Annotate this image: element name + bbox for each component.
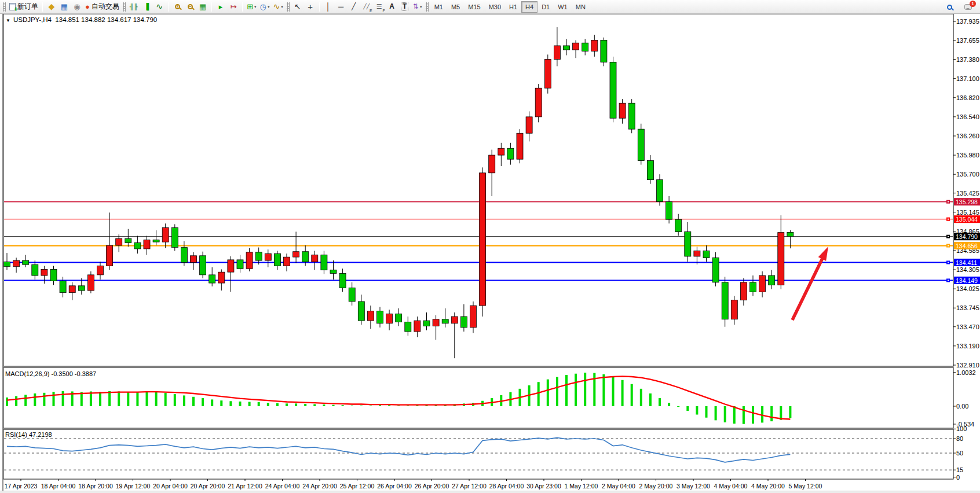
- sound-alert-icon: ◉: [74, 3, 80, 10]
- svg-text:24 Apr 20:00: 24 Apr 20:00: [302, 483, 337, 490]
- vertical-line-button[interactable]: │: [322, 1, 335, 13]
- horizontal-line-icon: ─: [338, 3, 343, 10]
- zoom-in-icon: +: [175, 4, 180, 9]
- svg-text:134.149: 134.149: [956, 277, 978, 284]
- svg-text:25 Apr 12:00: 25 Apr 12:00: [340, 483, 375, 490]
- market-watch-button[interactable]: ◆: [45, 1, 58, 13]
- text-button[interactable]: A: [386, 1, 398, 13]
- horizontal-line-button[interactable]: ─: [335, 1, 348, 13]
- timeframe-button-m5[interactable]: M5: [447, 1, 464, 13]
- svg-text:137.380: 137.380: [956, 56, 979, 63]
- new-order-icon: [9, 3, 16, 10]
- sound-alert-button[interactable]: ◉: [71, 1, 83, 13]
- svg-text:100: 100: [956, 425, 967, 432]
- vertical-line-icon: │: [326, 3, 331, 10]
- svg-text:26 Apr 04:00: 26 Apr 04:00: [377, 483, 412, 490]
- svg-text:135.425: 135.425: [956, 190, 979, 197]
- new-order-button[interactable]: 新订单: [8, 1, 40, 13]
- chart-symbol-period: USDJPY-,H4: [13, 16, 52, 23]
- svg-text:1.0032: 1.0032: [956, 369, 976, 376]
- svg-text:2 May 04:00: 2 May 04:00: [602, 483, 635, 490]
- notification-badge: 1: [970, 1, 976, 7]
- svg-text:80: 80: [956, 435, 963, 442]
- timeframe-button-h4[interactable]: H4: [521, 1, 537, 13]
- price-tag-134.411: 134.411: [954, 259, 980, 266]
- autotrading-icon: ●: [85, 3, 90, 10]
- chart-shift-button[interactable]: ↦: [227, 1, 240, 13]
- navigator-icon: ▦: [61, 3, 68, 10]
- line-chart-button[interactable]: ∿: [153, 1, 166, 13]
- tile-windows-icon: ▦: [199, 3, 206, 10]
- auto-scroll-button[interactable]: ▸: [214, 1, 227, 13]
- svg-text:0: 0: [956, 474, 960, 481]
- svg-text:30 Apr 23:00: 30 Apr 23:00: [526, 483, 561, 490]
- auto-scroll-icon: ▸: [219, 3, 223, 10]
- svg-text:134.305: 134.305: [956, 266, 979, 273]
- tile-windows-button[interactable]: ▦: [196, 1, 209, 13]
- price-tag-134.790: 134.790: [954, 233, 980, 240]
- timeframe-button-w1[interactable]: W1: [554, 1, 572, 13]
- navigator-button[interactable]: ▦: [58, 1, 71, 13]
- price-axis: 137.935137.655137.380137.100136.820136.5…: [953, 18, 979, 369]
- main-price-panel[interactable]: [3, 14, 953, 366]
- chart-dropdown-icon[interactable]: ▼: [6, 18, 10, 23]
- svg-text:20 Apr 04:00: 20 Apr 04:00: [153, 483, 188, 490]
- fibonacci-button[interactable]: ☰F: [373, 1, 386, 13]
- timeframe-button-m1[interactable]: M1: [430, 1, 447, 13]
- svg-text:26 Apr 20:00: 26 Apr 20:00: [415, 483, 449, 490]
- crosshair-button[interactable]: +: [304, 1, 317, 13]
- price-chart-canvas[interactable]: 137.935137.655137.380137.100136.820136.5…: [0, 14, 980, 493]
- autotrading-button[interactable]: ●自动交易: [83, 1, 121, 13]
- svg-text:20 Apr 20:00: 20 Apr 20:00: [191, 483, 225, 490]
- svg-text:137.655: 137.655: [956, 37, 979, 44]
- period-button[interactable]: ◷▾: [258, 1, 272, 13]
- new-chart-button[interactable]: ⊞▾: [245, 1, 258, 13]
- chart-title: ▼USDJPY-,H4 134.851 134.882 134.617 134.…: [6, 16, 157, 23]
- svg-text:137.935: 137.935: [956, 18, 979, 25]
- svg-text:134.025: 134.025: [956, 285, 979, 292]
- cursor-button[interactable]: ↖: [291, 1, 304, 13]
- svg-text:5 May 12:00: 5 May 12:00: [789, 483, 822, 490]
- candlestick-chart-icon: ▕▌: [142, 3, 151, 10]
- price-tag-134.149: 134.149: [954, 277, 980, 284]
- svg-text:4 May 04:00: 4 May 04:00: [714, 483, 748, 490]
- rsi-panel[interactable]: [3, 429, 953, 479]
- chart-ohlc-values: 134.851 134.882 134.617 134.790: [55, 16, 157, 23]
- arrows-tool-button[interactable]: ⇅▾: [411, 1, 424, 13]
- crosshair-icon: +: [308, 3, 313, 10]
- candlestick-chart-button[interactable]: ▕▌: [140, 1, 153, 13]
- text-label-button[interactable]: T: [398, 1, 411, 13]
- timeframe-button-h1[interactable]: H1: [505, 1, 521, 13]
- timeframe-button-d1[interactable]: D1: [537, 1, 554, 13]
- svg-text:134.790: 134.790: [956, 233, 978, 240]
- time-axis: 17 Apr 202318 Apr 04:0018 Apr 20:0019 Ap…: [5, 479, 822, 490]
- svg-text:3 May 12:00: 3 May 12:00: [677, 483, 710, 490]
- svg-text:18 Apr 20:00: 18 Apr 20:00: [78, 483, 113, 490]
- new-chart-icon: ⊞: [247, 3, 253, 10]
- zoom-out-button[interactable]: –: [184, 1, 196, 13]
- bar-chart-icon: ╢╟: [130, 3, 138, 10]
- timeframe-button-mn[interactable]: MN: [572, 1, 590, 13]
- svg-text:135.044: 135.044: [956, 216, 978, 223]
- timeframe-button-m15[interactable]: M15: [464, 1, 484, 13]
- svg-text:134.656: 134.656: [956, 242, 978, 249]
- window-bottom-border: [0, 491, 980, 493]
- timeframe-button-m30[interactable]: M30: [485, 1, 505, 13]
- equidistant-channel-button[interactable]: ╱╱E: [360, 1, 373, 13]
- svg-text:135.298: 135.298: [956, 198, 978, 205]
- search-button[interactable]: [943, 1, 956, 13]
- template-button[interactable]: ∿▾: [271, 1, 284, 13]
- svg-text:0.00: 0.00: [956, 403, 968, 410]
- zoom-in-button[interactable]: +: [171, 1, 184, 13]
- svg-text:133.470: 133.470: [956, 323, 979, 330]
- svg-text:17 Apr 2023: 17 Apr 2023: [5, 483, 38, 490]
- svg-text:135.145: 135.145: [956, 209, 979, 216]
- svg-text:135.700: 135.700: [956, 171, 979, 178]
- svg-text:19 Apr 12:00: 19 Apr 12:00: [116, 483, 151, 490]
- bar-chart-button[interactable]: ╢╟: [127, 1, 140, 13]
- notifications-button[interactable]: 1: [961, 1, 974, 13]
- svg-text:28 Apr 04:00: 28 Apr 04:00: [489, 483, 524, 490]
- svg-text:27 Apr 12:00: 27 Apr 12:00: [452, 483, 487, 490]
- line-chart-icon: ∿: [156, 3, 163, 10]
- trendline-button[interactable]: ╱: [348, 1, 360, 13]
